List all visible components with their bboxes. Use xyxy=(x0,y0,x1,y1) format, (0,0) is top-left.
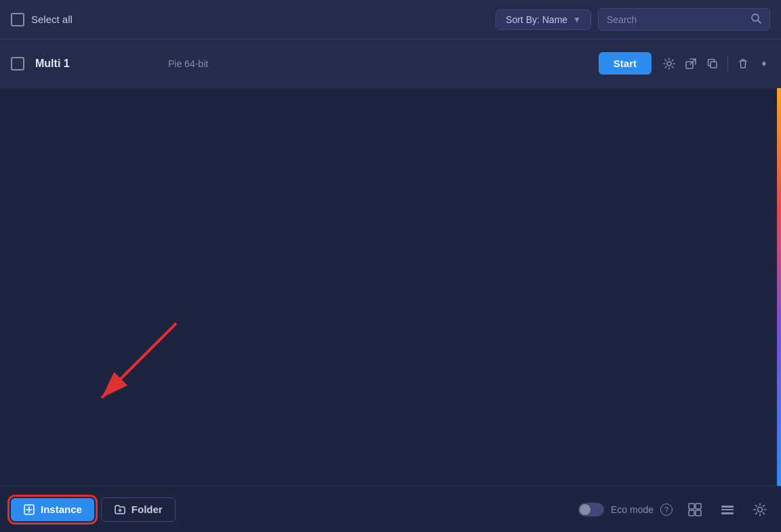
instance-checkbox[interactable] xyxy=(11,57,24,70)
svg-rect-14 xyxy=(721,512,734,514)
svg-rect-12 xyxy=(721,506,734,508)
instance-actions xyxy=(662,56,770,72)
bottom-bar: Instance Folder Eco mode ? xyxy=(0,486,781,532)
svg-line-1 xyxy=(758,20,761,23)
eco-mode-label: Eco mode xyxy=(611,504,654,515)
search-bar xyxy=(598,8,770,30)
bottom-settings-icon[interactable] xyxy=(750,499,770,520)
eco-mode-area: Eco mode ? xyxy=(578,503,673,516)
action-divider xyxy=(727,56,728,72)
list-view-icon[interactable] xyxy=(717,499,738,520)
svg-rect-9 xyxy=(696,504,701,509)
settings-icon[interactable] xyxy=(662,57,676,70)
folder-add-icon xyxy=(114,504,126,516)
select-all-checkbox[interactable] xyxy=(11,13,24,26)
launch-icon[interactable] xyxy=(684,57,698,70)
expand-icon[interactable] xyxy=(758,58,770,70)
eco-mode-toggle[interactable] xyxy=(578,503,604,516)
svg-point-2 xyxy=(667,62,671,66)
top-toolbar: Select all Sort By: Name ▼ xyxy=(0,0,781,39)
instance-name: Multi 1 xyxy=(35,58,157,70)
search-input[interactable] xyxy=(607,14,745,25)
svg-rect-8 xyxy=(689,504,694,509)
select-all-area: Select all xyxy=(11,13,73,26)
svg-rect-10 xyxy=(689,510,694,516)
svg-point-15 xyxy=(758,507,763,512)
right-edge-bar xyxy=(777,88,781,486)
add-folder-button[interactable]: Folder xyxy=(101,497,176,522)
instance-row: Multi 1 Pie 64-bit Start xyxy=(0,39,781,88)
arrow-annotation xyxy=(61,316,197,411)
select-all-label: Select all xyxy=(31,14,73,25)
copy-icon[interactable] xyxy=(706,57,719,70)
delete-icon[interactable] xyxy=(736,57,750,70)
bottom-right-controls: Eco mode ? xyxy=(578,499,770,520)
start-button[interactable]: Start xyxy=(599,52,652,75)
sort-label: Sort By: Name xyxy=(506,14,567,25)
add-instance-button[interactable]: Instance xyxy=(11,498,94,521)
svg-rect-5 xyxy=(710,62,717,68)
chevron-down-icon: ▼ xyxy=(573,15,581,24)
grid-view-icon[interactable] xyxy=(685,499,705,520)
search-icon xyxy=(750,13,761,26)
sort-dropdown[interactable]: Sort By: Name ▼ xyxy=(496,9,591,30)
instance-version: Pie 64-bit xyxy=(168,58,588,69)
instance-icon xyxy=(23,504,35,516)
eco-mode-help-icon[interactable]: ? xyxy=(660,504,673,516)
svg-rect-13 xyxy=(721,509,734,510)
svg-rect-11 xyxy=(696,510,701,516)
main-content xyxy=(0,88,781,486)
